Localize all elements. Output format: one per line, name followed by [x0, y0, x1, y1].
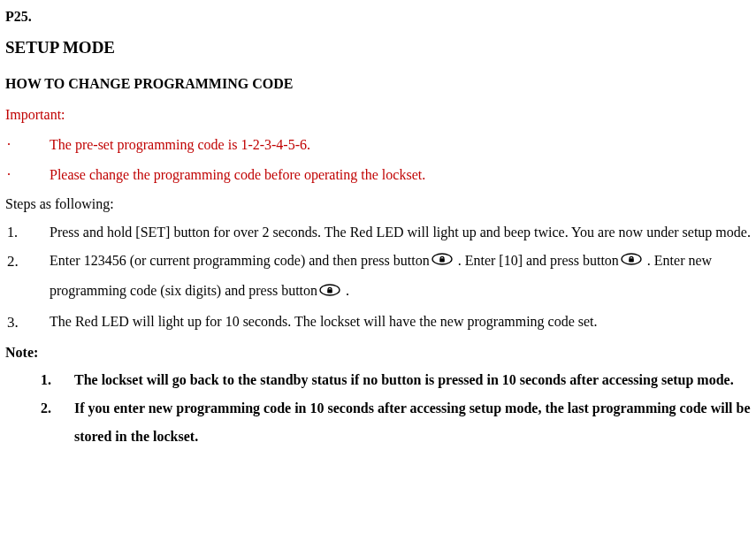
note-label: Note: [5, 339, 751, 366]
step-marker: 2. [5, 247, 50, 308]
svg-rect-5 [327, 289, 332, 293]
important-label: Important: [5, 102, 751, 128]
lock-button-icon [431, 247, 453, 275]
svg-rect-3 [629, 258, 634, 262]
bullet-mark: · [5, 130, 50, 160]
step-marker: 3. [5, 308, 50, 338]
step-text-part: Enter 123456 (or current programming cod… [50, 253, 430, 268]
lock-button-icon [621, 247, 642, 275]
step-marker: 1. [5, 218, 50, 247]
step-text: Enter 123456 (or current programming cod… [50, 247, 751, 308]
note-text: The lockset will go back to the standby … [74, 366, 751, 394]
note-text: If you enter new programming code in 10 … [74, 394, 751, 451]
important-bullet: · Please change the programming code bef… [5, 160, 751, 190]
note-list: 1. The lockset will go back to the stand… [5, 366, 751, 451]
important-bullet: · The pre-set programming code is 1-2-3-… [5, 130, 751, 160]
step-text-part: . Enter [10] and press button [454, 253, 619, 268]
step-text: The Red LED will light up for 10 seconds… [50, 308, 751, 338]
step-text-part: . [342, 283, 349, 298]
steps-label: Steps as following: [5, 191, 751, 217]
page-number: P25. [5, 4, 751, 30]
bullet-text: The pre-set programming code is 1-2-3-4-… [50, 130, 310, 160]
bullet-mark: · [5, 160, 50, 190]
note-marker: 2. [41, 394, 74, 451]
step-item: 2. Enter 123456 (or current programming … [5, 247, 751, 308]
note-item: 2. If you enter new programming code in … [5, 394, 751, 451]
important-bullets: · The pre-set programming code is 1-2-3-… [5, 130, 751, 189]
svg-rect-1 [439, 258, 445, 262]
step-item: 3. The Red LED will light up for 10 seco… [5, 308, 751, 338]
section-heading: HOW TO CHANGE PROGRAMMING CODE [5, 71, 751, 97]
bullet-text: Please change the programming code befor… [50, 160, 425, 190]
step-text: Press and hold [SET] button for over 2 s… [50, 218, 751, 247]
note-item: 1. The lockset will go back to the stand… [5, 366, 751, 394]
lock-button-icon [319, 278, 340, 306]
note-marker: 1. [41, 366, 74, 394]
page-title: SETUP MODE [5, 32, 751, 64]
steps-list: 1. Press and hold [SET] button for over … [5, 218, 751, 338]
step-item: 1. Press and hold [SET] button for over … [5, 218, 751, 247]
